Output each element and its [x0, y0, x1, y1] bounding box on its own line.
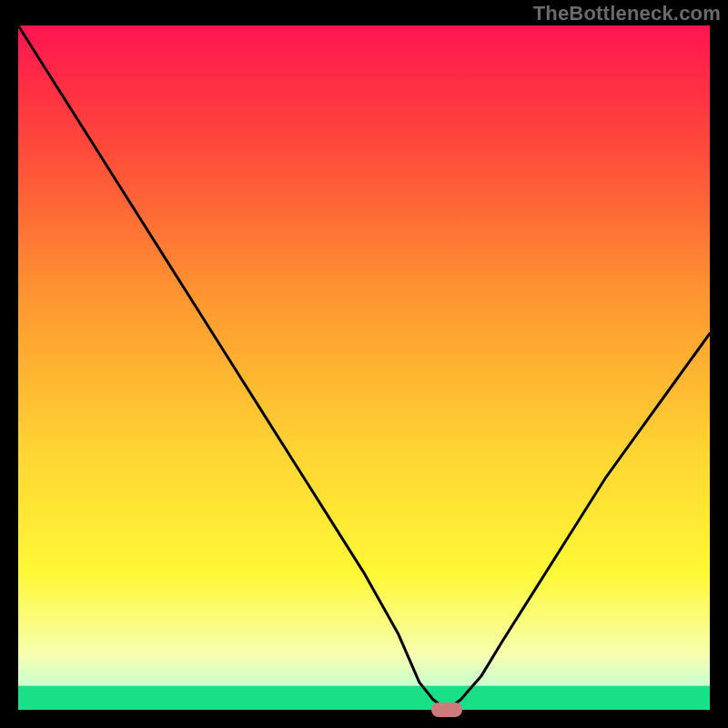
watermark-text: TheBottleneck.com — [533, 2, 721, 25]
green-band — [18, 686, 710, 710]
chart-svg — [18, 25, 710, 710]
plot-area — [18, 25, 710, 710]
optimal-marker — [431, 703, 462, 717]
chart-container: TheBottleneck.com — [0, 0, 728, 728]
gradient-background — [18, 25, 710, 710]
